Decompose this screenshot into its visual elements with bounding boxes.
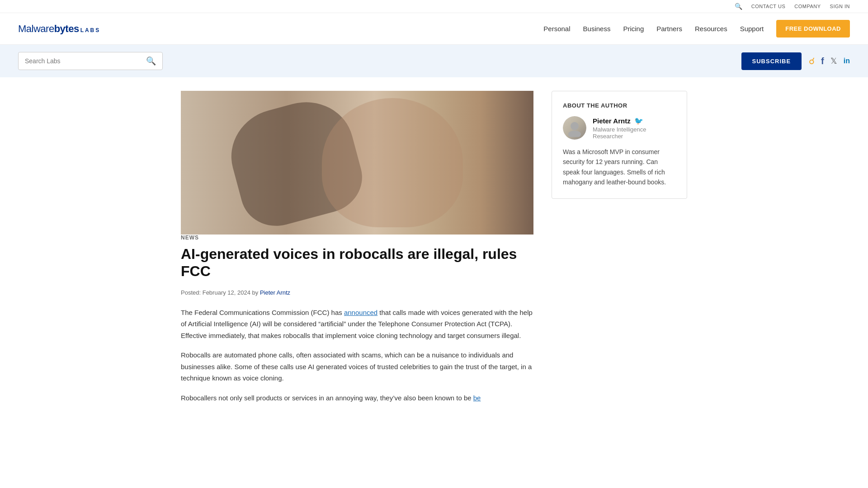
subscribe-button[interactable]: SUBSCRIBE — [741, 52, 802, 70]
p3-link[interactable]: be — [473, 394, 481, 402]
search-input[interactable] — [25, 57, 142, 65]
nav-links: Personal Business Pricing Partners Resou… — [543, 20, 850, 38]
logo-bytes: bytes — [54, 23, 79, 34]
author-twitter-icon[interactable]: 🐦 — [634, 117, 643, 125]
search-icon-top[interactable]: 🔍 — [735, 3, 742, 10]
labs-right: SUBSCRIBE ☌ f 𝕏 in — [741, 52, 850, 70]
article-main: NEWS AI-generated voices in robocalls ar… — [181, 91, 533, 412]
p3-before: Robocallers not only sell products or se… — [181, 394, 472, 402]
search-box[interactable]: 🔍 — [18, 52, 163, 70]
article-meta: Posted: February 12, 2024 by Pieter Arnt… — [181, 289, 533, 296]
sidebar: ABOUT THE AUTHOR Pieter Arntz 🐦 — [552, 91, 687, 412]
linkedin-icon[interactable]: in — [844, 57, 850, 65]
article-body: The Federal Communications Commission (F… — [181, 307, 533, 404]
free-download-button[interactable]: FREE DOWNLOAD — [776, 20, 850, 38]
author-name: Pieter Arntz — [593, 117, 631, 125]
article-paragraph-2: Robocalls are automated phone calls, oft… — [181, 349, 533, 384]
sign-in-link[interactable]: SIGN IN — [830, 4, 850, 9]
article-paragraph-3: Robocallers not only sell products or se… — [181, 392, 533, 404]
avatar-svg — [566, 119, 584, 137]
nav-business[interactable]: Business — [583, 25, 611, 33]
logo[interactable]: Malwarebytes LABS — [18, 23, 100, 35]
article-author-link[interactable]: Pieter Arntz — [260, 289, 290, 296]
logo-labs: LABS — [80, 27, 101, 33]
main-content: NEWS AI-generated voices in robocalls ar… — [163, 77, 705, 425]
author-role: Malware Intelligence Researcher — [593, 126, 676, 140]
search-icon[interactable]: 🔍 — [146, 56, 156, 66]
nav-pricing[interactable]: Pricing — [623, 25, 644, 33]
p1-before: The Federal Communications Commission (F… — [181, 309, 344, 316]
author-card: ABOUT THE AUTHOR Pieter Arntz 🐦 — [552, 91, 687, 199]
svg-point-1 — [568, 131, 581, 137]
nav-support[interactable]: Support — [740, 25, 764, 33]
article-title: AI-generated voices in robocalls are ill… — [181, 245, 533, 280]
announced-link[interactable]: announced — [344, 309, 377, 316]
author-info: Pieter Arntz 🐦 Malware Intelligence Rese… — [563, 116, 676, 140]
author-card-title: ABOUT THE AUTHOR — [563, 102, 676, 109]
article-category: NEWS — [181, 235, 533, 241]
main-nav: Malwarebytes LABS Personal Business Pric… — [0, 13, 868, 45]
article-paragraph-1: The Federal Communications Commission (F… — [181, 307, 533, 342]
logo-text: Malwarebytes — [18, 23, 79, 35]
company-link[interactable]: COMPANY — [794, 4, 821, 9]
rss-icon[interactable]: ☌ — [809, 56, 815, 66]
author-name-row: Pieter Arntz 🐦 — [593, 117, 676, 125]
facebook-icon[interactable]: f — [821, 56, 824, 66]
author-name-block: Pieter Arntz 🐦 Malware Intelligence Rese… — [593, 117, 676, 140]
nav-partners[interactable]: Partners — [656, 25, 682, 33]
nav-resources[interactable]: Resources — [695, 25, 727, 33]
svg-point-0 — [571, 122, 579, 130]
author-bio: Was a Microsoft MVP in consumer security… — [563, 147, 676, 188]
article-posted: Posted: February 12, 2024 by — [181, 289, 258, 296]
top-bar: 🔍 CONTACT US COMPANY SIGN IN — [0, 0, 868, 13]
social-icons: ☌ f 𝕏 in — [809, 56, 850, 66]
twitter-icon[interactable]: 𝕏 — [830, 56, 837, 66]
article-image — [181, 91, 533, 235]
labs-bar: 🔍 SUBSCRIBE ☌ f 𝕏 in — [0, 45, 868, 77]
logo-malware: Malware — [18, 23, 54, 34]
nav-personal[interactable]: Personal — [543, 25, 570, 33]
avatar — [563, 116, 586, 140]
avatar-image — [563, 116, 586, 140]
contact-us-link[interactable]: CONTACT US — [751, 4, 786, 9]
